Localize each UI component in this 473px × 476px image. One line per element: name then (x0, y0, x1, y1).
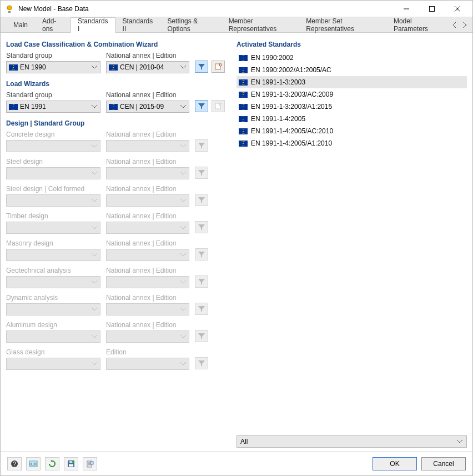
chevron-down-icon (179, 144, 188, 148)
svg-text:0,00: 0,00 (29, 462, 37, 466)
activated-standard-label: EN 1991-1-3:2003 (251, 77, 305, 87)
label-standard-group-2: Standard group (6, 91, 100, 99)
eu-flag-icon (239, 92, 248, 98)
dropdown-design-annex-disabled (106, 140, 189, 152)
svg-point-3 (219, 64, 222, 66)
filter-button-disabled (195, 221, 208, 233)
eu-flag-icon (239, 141, 248, 147)
maximize-button[interactable] (419, 1, 445, 17)
svg-point-12 (72, 460, 74, 462)
design-row-label: Timber design (6, 212, 100, 220)
dropdown-standard-group-2-value: EN 1991 (20, 103, 88, 111)
chevron-down-icon (90, 105, 99, 108)
chevron-down-icon (90, 66, 99, 69)
design-row: Timber design National annex | Edition (6, 212, 231, 234)
chevron-down-icon (90, 226, 99, 229)
label-national-annex-2: National annex | Edition (106, 91, 189, 99)
window-title: New Model - Base Data (18, 5, 89, 13)
activated-standards-list[interactable]: EN 1990:2002 EN 1990:2002/A1:2005/AC EN … (236, 52, 467, 432)
dropdown-design-annex-disabled (106, 358, 189, 370)
activated-standard-label: EN 1991-1-4:2005/A1:2010 (251, 138, 332, 148)
section-activated-standards-title: Activated Standards (236, 38, 467, 52)
tab-model-parameters[interactable]: Model Parameters (386, 17, 447, 32)
chevron-down-icon (90, 144, 99, 148)
svg-point-0 (7, 6, 12, 10)
dropdown-filter-all[interactable]: All (236, 435, 467, 448)
design-row-annex-label: National annex | Edition (106, 267, 189, 274)
dropdown-standard-group[interactable]: EN 1990 (6, 61, 100, 73)
dropdown-design-group-disabled (6, 303, 100, 315)
content-area: Load Case Classification & Combination W… (1, 33, 472, 451)
dropdown-design-group-disabled (6, 276, 100, 288)
new-button[interactable] (212, 61, 225, 73)
eu-flag-icon (9, 64, 18, 71)
chevron-down-icon (179, 199, 188, 202)
tab-settings-options[interactable]: Settings & Options (160, 17, 221, 32)
design-row: Glass design Edition (6, 348, 231, 370)
footer: ? 0,00 OK Cancel (1, 451, 472, 475)
minimize-button[interactable] (394, 1, 419, 17)
ok-button[interactable]: OK (373, 457, 417, 470)
chevron-down-icon (90, 362, 99, 365)
activated-standard-item[interactable]: EN 1991-1-4:2005 (236, 113, 467, 125)
activated-standard-label: EN 1990:2002/A1:2005/AC (251, 65, 331, 75)
tab-member-set-reps[interactable]: Member Set Representatives (299, 17, 386, 32)
reset-button[interactable] (45, 457, 59, 470)
activated-standard-item[interactable]: EN 1990:2002 (236, 52, 467, 64)
close-button[interactable] (445, 1, 470, 17)
cancel-button[interactable]: Cancel (421, 457, 466, 470)
filter-button-disabled (195, 139, 208, 152)
dropdown-design-annex-disabled (106, 194, 189, 207)
section-load-wizards-title: Load Wizards (6, 78, 231, 91)
dropdown-national-annex[interactable]: CEN | 2010-04 (106, 61, 189, 73)
load-default-button[interactable] (83, 457, 97, 470)
window: New Model - Base Data Main Add-ons Stand… (0, 0, 473, 476)
dropdown-design-annex-disabled (106, 167, 189, 179)
label-national-annex: National annex | Edition (106, 52, 189, 59)
filter-button-disabled (195, 194, 208, 206)
tab-standards-2[interactable]: Standards II (115, 17, 160, 32)
filter-button-disabled (195, 330, 208, 342)
chevron-down-icon (90, 335, 99, 338)
activated-standard-item[interactable]: EN 1991-1-3:2003 (236, 76, 467, 88)
chevron-down-icon (90, 280, 99, 284)
design-row: Geotechnical analysis National annex | E… (6, 267, 231, 288)
activated-standard-item[interactable]: EN 1991-1-4:2005/AC:2010 (236, 125, 467, 137)
activated-standard-item[interactable]: EN 1991-1-3:2003/AC:2009 (236, 88, 467, 101)
design-row-label: Concrete design (6, 131, 100, 138)
filter-button-2[interactable] (195, 100, 208, 112)
tab-member-reps[interactable]: Member Representatives (222, 17, 299, 32)
dropdown-design-group-disabled (6, 330, 100, 343)
chevron-down-icon (90, 172, 99, 175)
tab-addons[interactable]: Add-ons (35, 17, 71, 32)
save-default-button[interactable] (64, 457, 78, 470)
activated-standard-item[interactable]: EN 1991-1-4:2005/A1:2010 (236, 137, 467, 149)
tab-scroll-left-icon[interactable] (451, 22, 458, 28)
activated-standard-item[interactable]: EN 1990:2002/A1:2005/AC (236, 64, 467, 76)
activated-standard-item[interactable]: EN 1991-1-3:2003/A1:2015 (236, 101, 467, 113)
dropdown-design-annex-disabled (106, 330, 189, 343)
chevron-down-icon (90, 199, 99, 202)
chevron-down-icon (179, 172, 188, 175)
dropdown-standard-group-2[interactable]: EN 1991 (6, 101, 100, 113)
units-button[interactable]: 0,00 (26, 457, 41, 470)
dropdown-design-annex-disabled (106, 222, 189, 234)
design-row-label: Aluminum design (6, 321, 100, 329)
tab-bar: Main Add-ons Standards I Standards II Se… (1, 17, 472, 33)
activated-standard-label: EN 1991-1-3:2003/AC:2009 (251, 89, 333, 99)
new-button-disabled (212, 100, 225, 112)
dropdown-national-annex-2[interactable]: CEN | 2015-09 (106, 101, 189, 113)
activated-standard-label: EN 1991-1-4:2005 (251, 114, 305, 124)
eu-flag-icon (9, 104, 18, 110)
design-row-annex-label: National annex | Edition (106, 294, 189, 302)
left-column: Load Case Classification & Combination W… (6, 38, 231, 448)
filter-button[interactable] (195, 61, 208, 73)
design-row-label: Steel design | Cold formed (6, 185, 100, 193)
help-button[interactable]: ? (7, 457, 22, 470)
chevron-down-icon (179, 253, 188, 257)
tab-scroll-right-icon[interactable] (461, 22, 468, 28)
design-row-annex-label: Edition (106, 348, 189, 356)
tab-main[interactable]: Main (6, 17, 35, 32)
tab-standards-1[interactable]: Standards I (71, 17, 115, 33)
eu-flag-icon (239, 104, 248, 110)
